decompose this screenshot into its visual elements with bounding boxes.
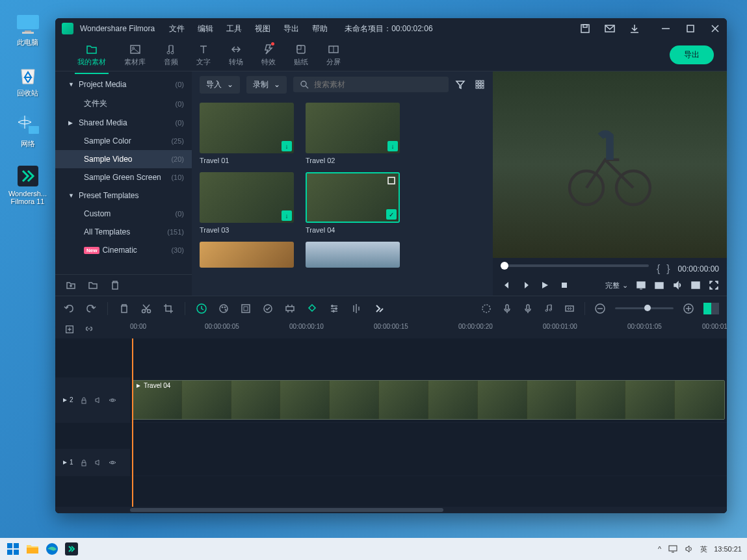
render-icon[interactable] <box>480 303 492 314</box>
undo-icon[interactable] <box>63 303 75 314</box>
import-dropdown[interactable]: 导入 ⌄ <box>200 76 240 94</box>
tab-effects[interactable]: 特效 <box>252 44 285 67</box>
music-icon[interactable] <box>543 303 555 314</box>
link-icon[interactable] <box>84 324 94 335</box>
record-dropdown[interactable]: 录制 ⌄ <box>246 76 287 94</box>
snapshot-icon[interactable] <box>654 280 664 290</box>
close-icon[interactable] <box>710 23 720 34</box>
mute-icon[interactable] <box>94 396 102 404</box>
media-item[interactable]: ↓ Travel 03 <box>200 172 294 234</box>
add-track-icon[interactable] <box>64 324 75 335</box>
sidebar-item-custom[interactable]: Custom (0) <box>55 205 192 223</box>
green-screen-icon[interactable] <box>240 303 252 314</box>
add-folder-icon[interactable] <box>66 280 76 290</box>
edge-icon[interactable] <box>44 541 60 557</box>
tab-splitscreen[interactable]: 分屏 <box>317 44 350 67</box>
filmora-taskbar-icon[interactable] <box>64 541 79 557</box>
menu-file[interactable]: 文件 <box>169 23 185 34</box>
cut-icon[interactable] <box>140 303 152 314</box>
ime-indicator[interactable]: 英 <box>700 544 707 554</box>
stop-icon[interactable] <box>559 280 570 290</box>
clock[interactable]: 13:50:21 <box>714 545 742 553</box>
crop-icon[interactable] <box>163 303 174 314</box>
mute-icon[interactable] <box>94 459 102 466</box>
menu-tools[interactable]: 工具 <box>226 23 242 34</box>
quality-dropdown[interactable]: 完整 ⌄ <box>605 281 628 290</box>
tab-media[interactable]: 我的素材 <box>68 44 115 67</box>
sidebar-item-green-screen[interactable]: Sample Green Screen (10) <box>55 168 192 186</box>
media-item[interactable] <box>200 242 294 268</box>
fit-icon[interactable] <box>564 303 575 314</box>
sidebar-item-sample-color[interactable]: Sample Color (25) <box>55 132 192 150</box>
trash-icon[interactable] <box>110 280 120 290</box>
lock-icon[interactable] <box>80 459 88 466</box>
timeline-ruler[interactable]: 00:00 00:00:00:05 00:00:00:10 00:00:00:1… <box>130 320 727 338</box>
volume-tray-icon[interactable] <box>685 544 694 554</box>
menu-export[interactable]: 导出 <box>283 23 299 34</box>
visibility-icon[interactable] <box>109 459 116 466</box>
maximize-icon[interactable] <box>685 23 696 34</box>
visibility-icon[interactable] <box>109 396 116 404</box>
zoom-thumb[interactable] <box>644 305 651 311</box>
more-icon[interactable] <box>373 303 384 314</box>
zoom-out-icon[interactable] <box>594 303 606 314</box>
marker-icon[interactable] <box>306 303 318 314</box>
sidebar-item-preset-templates[interactable]: ▼ Preset Templates <box>55 186 192 205</box>
desktop-icon-filmora[interactable]: Wondersh... Filmora 11 <box>7 165 49 205</box>
desktop-icon-recycle[interactable]: 回收站 <box>7 64 49 98</box>
prev-frame-icon[interactable] <box>501 280 511 290</box>
media-item[interactable] <box>306 242 400 268</box>
color-icon[interactable] <box>218 303 229 314</box>
scrollbar-thumb[interactable] <box>130 508 443 512</box>
slider-thumb[interactable] <box>501 262 508 270</box>
delete-icon[interactable] <box>118 303 130 314</box>
menu-edit[interactable]: 编辑 <box>198 23 213 34</box>
mark-in-icon[interactable]: { <box>657 263 660 275</box>
tab-text[interactable]: 文字 <box>187 44 220 67</box>
pip-icon[interactable] <box>690 280 701 290</box>
track-header-audio[interactable]: 1 <box>55 449 130 476</box>
menu-help[interactable]: 帮助 <box>312 23 328 34</box>
search-box[interactable] <box>293 77 449 92</box>
menu-view[interactable]: 视图 <box>255 23 270 34</box>
sidebar-item-shared-media[interactable]: ▶ Shared Media (0) <box>55 114 192 132</box>
redo-icon[interactable] <box>85 303 97 314</box>
sidebar-item-sample-video[interactable]: Sample Video (20) <box>55 150 192 168</box>
tab-stickers[interactable]: 贴纸 <box>285 44 317 67</box>
adjust-icon[interactable] <box>328 303 340 314</box>
display-icon[interactable] <box>636 280 646 290</box>
voice-icon[interactable] <box>501 303 513 314</box>
search-input[interactable] <box>314 80 442 89</box>
motion-icon[interactable] <box>262 303 274 314</box>
play-pause-icon[interactable] <box>520 280 531 290</box>
mark-out-icon[interactable]: } <box>666 263 670 275</box>
preview-video[interactable] <box>493 71 727 258</box>
zoom-slider[interactable] <box>615 307 674 309</box>
fullscreen-icon[interactable] <box>709 280 719 290</box>
sidebar-item-project-media[interactable]: ▼ Project Media (0) <box>55 75 192 94</box>
download-icon[interactable] <box>629 23 640 34</box>
timeline-clip[interactable]: Travel 04 <box>132 380 725 420</box>
mail-icon[interactable] <box>605 23 615 34</box>
keyframe-icon[interactable] <box>284 303 296 314</box>
record-icon[interactable] <box>522 303 534 314</box>
media-item[interactable]: ✓ Travel 04 <box>306 172 400 234</box>
save-icon[interactable] <box>580 23 590 34</box>
timeline-scrollbar[interactable] <box>55 507 727 513</box>
export-button[interactable]: 导出 <box>670 45 714 64</box>
track-header-video[interactable]: 2 <box>55 377 130 422</box>
sidebar-item-folder[interactable]: 文件夹 (0) <box>55 94 192 114</box>
tab-audio[interactable]: 音频 <box>155 44 187 67</box>
sidebar-item-cinematic[interactable]: New Cinematic (30) <box>55 241 192 259</box>
playhead[interactable] <box>132 338 133 507</box>
play-icon[interactable] <box>540 280 550 290</box>
lock-icon[interactable] <box>80 396 88 404</box>
audio-mix-icon[interactable] <box>350 303 362 314</box>
minimize-icon[interactable] <box>661 23 671 34</box>
preview-slider[interactable] <box>501 264 649 267</box>
view-toggle[interactable] <box>703 303 719 314</box>
folder-icon[interactable] <box>88 280 98 290</box>
chevron-up-icon[interactable]: ^ <box>658 545 661 553</box>
timeline-tracks[interactable]: 2 Travel 04 <box>55 338 727 507</box>
tab-stock[interactable]: 素材库 <box>115 44 155 67</box>
